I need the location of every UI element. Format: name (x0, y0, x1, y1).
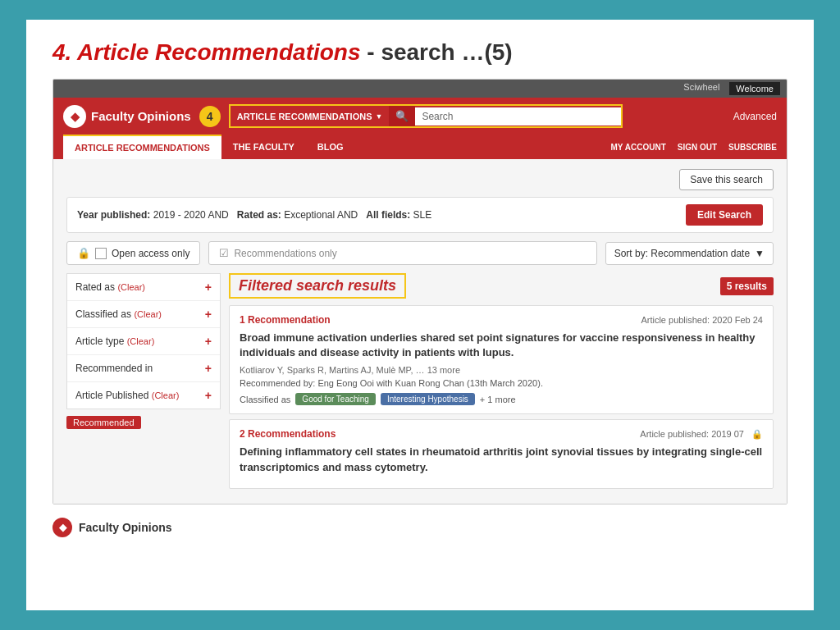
article-title-2[interactable]: Defining inflammatory cell states in rhe… (240, 445, 763, 474)
sort-label: Sort by: Recommendation date (614, 248, 750, 259)
logo-text: Faculty Opinions (91, 109, 191, 123)
sidebar-rated-as[interactable]: Rated as (Clear) + (67, 274, 220, 301)
article-type-clear[interactable]: (Clear) (127, 336, 155, 346)
article-title-1[interactable]: Broad immune activation underlies shared… (240, 331, 763, 360)
step-badge: 4 (199, 106, 221, 127)
fields-label: All fields: (366, 209, 410, 221)
sidebar-recommended-in[interactable]: Recommended in + (67, 355, 220, 382)
sidebar-classified-as[interactable]: Classified as (Clear) + (67, 301, 220, 328)
slide-title: 4. Article Recommendations - search …(5) (52, 39, 788, 66)
article-recommended-1: Recommended by: Eng Eong Ooi with Kuan R… (240, 378, 763, 388)
rated-plus-icon[interactable]: + (205, 281, 212, 294)
header-links: Advanced (733, 111, 777, 122)
footer: ◆ Faculty Opinions (52, 513, 788, 537)
main-content: Save this search Year published: 2019 - … (53, 159, 787, 504)
recommended-badge: Recommended (66, 416, 141, 429)
logo-area: ◆ Faculty Opinions (63, 105, 191, 128)
sidebar-article-type[interactable]: Article type (Clear) + (67, 328, 220, 355)
open-access-icon-2: 🔒 (751, 429, 763, 439)
filter-criteria: Year published: 2019 - 2020 AND Rated as… (77, 209, 431, 221)
nav-article-recommendations[interactable]: ARTICLE RECOMMENDATIONS (63, 135, 221, 159)
dropdown-caret-icon: ▼ (375, 112, 382, 121)
logo-icon: ◆ (63, 105, 86, 128)
results-count: 5 results (720, 277, 774, 295)
recommended-in-label: Recommended in (75, 363, 153, 374)
article-card-1: 1 Recommendation Article published: 2020… (229, 305, 774, 414)
advanced-link[interactable]: Advanced (733, 111, 777, 122)
slide-title-red: 4. Article Recommendations (52, 39, 361, 65)
and1: AND (208, 209, 228, 221)
rated-label: Rated as: (237, 209, 281, 221)
article-type-label: Article type (Clear) (75, 336, 154, 347)
secondary-nav: ARTICLE RECOMMENDATIONS THE FACULTY BLOG… (53, 135, 787, 159)
open-access-filter[interactable]: 🔒 Open access only (66, 241, 200, 265)
tag-more-1: + 1 more (480, 395, 516, 404)
article-meta-2: 2 Recommendations Article published: 201… (240, 428, 763, 440)
year-value: 2019 - 2020 (153, 209, 206, 221)
footer-brand-name: Faculty Opinions (79, 521, 172, 534)
article-published-plus-icon[interactable]: + (205, 389, 212, 402)
rec-check-icon: ☑ (219, 247, 229, 259)
pub-date-1: Article published: 2020 Feb 24 (641, 315, 763, 325)
sort-caret-icon: ▼ (755, 248, 765, 259)
rec-count-2: 2 Recommendations (240, 428, 336, 440)
search-bar: ARTICLE RECOMMENDATIONS ▼ 🔍 Search (229, 104, 623, 128)
subscribe-link[interactable]: SUBSCRIBE (728, 143, 777, 152)
rec-only-label: Recommendations only (234, 248, 336, 259)
sidebar-section: Rated as (Clear) + Classified as (Clear)… (66, 273, 221, 409)
article-published-label: Article Published (Clear) (75, 390, 179, 401)
open-access-label: Open access only (112, 248, 189, 259)
tag-good-for-teaching[interactable]: Good for Teaching (295, 393, 376, 405)
app-header: ◆ Faculty Opinions 4 ARTICLE RECOMMENDAT… (53, 98, 787, 135)
two-column-layout: Rated as (Clear) + Classified as (Clear)… (66, 273, 774, 494)
sign-out-link[interactable]: SIGN OUT (678, 143, 717, 152)
search-dropdown[interactable]: ARTICLE RECOMMENDATIONS ▼ (231, 107, 390, 126)
rated-as-label: Rated as (Clear) (75, 281, 145, 293)
rec-only-filter[interactable]: ☑ Recommendations only (208, 241, 596, 265)
article-card-2: 2 Recommendations Article published: 201… (229, 419, 774, 488)
save-search-button[interactable]: Save this search (679, 169, 774, 190)
article-published-clear[interactable]: (Clear) (152, 390, 180, 400)
results-header: Filtered search results 5 results (229, 273, 774, 299)
slide-title-black: - search …(5) (361, 39, 513, 65)
rec-count-1: 1 Recommendation (240, 314, 331, 326)
nav-blog[interactable]: BLOG (306, 135, 355, 158)
open-access-checkbox[interactable] (95, 248, 107, 259)
sort-dropdown[interactable]: Sort by: Recommendation date ▼ (605, 242, 774, 265)
filter-bar: Year published: 2019 - 2020 AND Rated as… (66, 197, 774, 233)
rated-value: Exceptional (284, 209, 335, 221)
app-mockup: Sciwheel Welcome ◆ Faculty Opinions 4 AR… (52, 79, 788, 504)
nav-the-faculty[interactable]: THE FACULTY (221, 135, 306, 158)
sidebar-article-published[interactable]: Article Published (Clear) + (67, 382, 220, 409)
recommended-in-plus-icon[interactable]: + (205, 362, 212, 375)
article-meta-1: 1 Recommendation Article published: 2020… (240, 314, 763, 326)
classified-as-label: Classified as (Clear) (75, 308, 162, 320)
sciwheel-link[interactable]: Sciwheel (683, 82, 719, 95)
article-type-plus-icon[interactable]: + (205, 335, 212, 348)
filters-row: 🔒 Open access only ☑ Recommendations onl… (66, 241, 774, 265)
search-input[interactable]: Search (415, 107, 620, 126)
article-tags-1: Classified as Good for Teaching Interest… (240, 393, 763, 405)
slide: 4. Article Recommendations - search …(5)… (26, 20, 814, 610)
top-bar: Sciwheel Welcome (53, 80, 787, 98)
fields-value: SLE (413, 209, 432, 221)
classified-label-1: Classified as (240, 395, 290, 404)
my-account-link[interactable]: MY ACCOUNT (611, 143, 666, 152)
save-row: Save this search (66, 169, 774, 190)
classified-clear[interactable]: (Clear) (134, 309, 162, 319)
pub-date-2: Article published: 2019 07 🔒 (640, 429, 763, 440)
results-area: Filtered search results 5 results 1 Reco… (229, 273, 774, 494)
rated-clear[interactable]: (Clear) (117, 282, 145, 292)
sec-nav-right: MY ACCOUNT SIGN OUT SUBSCRIBE (611, 138, 777, 157)
and2: AND (337, 209, 358, 221)
article-authors-1: Kotliarov Y, Sparks R, Martins AJ, Mulè … (240, 365, 763, 375)
sidebar: Rated as (Clear) + Classified as (Clear)… (66, 273, 221, 494)
tag-interesting-hypothesis[interactable]: Interesting Hypothesis (381, 393, 475, 405)
welcome-link[interactable]: Welcome (729, 82, 780, 95)
year-label: Year published: (77, 209, 150, 221)
classified-plus-icon[interactable]: + (205, 308, 212, 321)
lock-icon: 🔒 (77, 247, 90, 259)
edit-search-button[interactable]: Edit Search (686, 204, 763, 226)
search-icon-button[interactable]: 🔍 (389, 106, 415, 126)
search-dropdown-label: ARTICLE RECOMMENDATIONS (237, 112, 372, 121)
